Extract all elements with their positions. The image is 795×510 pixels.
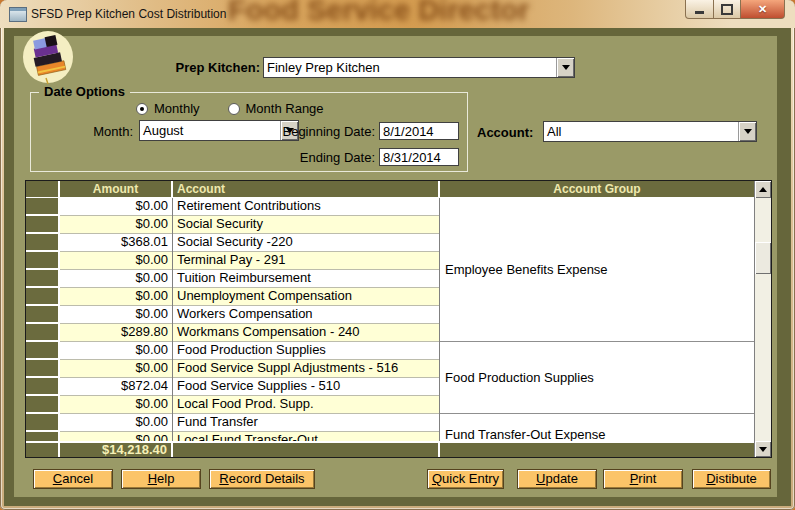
minimize-icon: [695, 11, 704, 14]
month-label: Month:: [61, 124, 133, 139]
print-button[interactable]: Print: [603, 469, 683, 489]
row-selector[interactable]: [26, 360, 58, 378]
beginning-date-field[interactable]: [379, 122, 459, 140]
row-selector[interactable]: [26, 378, 58, 396]
record-details-button[interactable]: Record Details: [209, 469, 315, 489]
date-options-group: Date Options Monthly Month Range Month: …: [30, 92, 468, 172]
month-range-radio[interactable]: [228, 103, 240, 115]
maximize-button[interactable]: [714, 0, 740, 19]
ending-date-field[interactable]: [379, 148, 459, 166]
scroll-down-button[interactable]: [755, 441, 771, 457]
amount-cell[interactable]: $289.80: [60, 324, 172, 342]
amount-column-header: Amount: [60, 181, 173, 197]
month-range-radio-label: Month Range: [246, 101, 324, 116]
amount-cell[interactable]: $0.00: [60, 216, 172, 234]
prep-kitchen-select[interactable]: Finley Prep Kitchen: [263, 57, 575, 78]
window-title: SFSD Prep Kitchen Cost Distribution: [31, 7, 226, 21]
quick-entry-button[interactable]: Quick Entry: [427, 469, 504, 489]
close-button[interactable]: ✕: [740, 0, 785, 19]
amount-cell[interactable]: $0.00: [60, 414, 172, 432]
distibute-button[interactable]: Distibute: [692, 469, 771, 489]
scrollbar-track[interactable]: [755, 198, 771, 441]
row-selector[interactable]: [26, 288, 58, 306]
account-group-cell: Food Production Supplies: [440, 342, 754, 414]
account-group-column-header: Account Group: [440, 181, 754, 197]
total-group-cell: [440, 443, 754, 457]
account-cell[interactable]: Food Service Suppl Adjustments - 516: [173, 360, 439, 378]
table-header-row: Amount Account Account Group: [26, 181, 754, 198]
account-cell[interactable]: Terminal Pay - 291: [173, 252, 439, 270]
account-cell[interactable]: Local Food Prod. Supp.: [173, 396, 439, 414]
account-cell[interactable]: Tuition Reimbursement: [173, 270, 439, 288]
amount-cell[interactable]: $0.00: [60, 432, 172, 441]
minimize-button[interactable]: [685, 0, 714, 19]
account-cell[interactable]: Food Service Supplies - 510: [173, 378, 439, 396]
account-value: All: [544, 122, 738, 141]
account-cell[interactable]: Food Production Supplies: [173, 342, 439, 360]
update-button[interactable]: Update: [517, 469, 597, 489]
row-selector[interactable]: [26, 432, 58, 441]
title-bar[interactable]: Food Service Director SFSD Prep Kitchen …: [0, 0, 795, 28]
amount-cell[interactable]: $0.00: [60, 288, 172, 306]
chevron-down-icon[interactable]: [556, 58, 574, 77]
row-selector[interactable]: [26, 396, 58, 414]
table-total-row: $14,218.40: [26, 441, 754, 457]
account-cell[interactable]: Social Security -220: [173, 234, 439, 252]
total-amount: $14,218.40: [60, 443, 173, 457]
row-selector[interactable]: [26, 198, 58, 216]
account-cell[interactable]: Workmans Compensation - 240: [173, 324, 439, 342]
row-selector[interactable]: [26, 270, 58, 288]
prep-kitchen-value: Finley Prep Kitchen: [264, 58, 556, 77]
row-selector[interactable]: [26, 216, 58, 234]
amount-column: $0.00 $0.00 $368.01 $0.00 $0.00 $0.00 $0…: [60, 198, 173, 441]
beginning-date-label: Beginning Date:: [231, 124, 375, 139]
row-selector[interactable]: [26, 414, 58, 432]
total-selector-cell: [26, 443, 60, 457]
amount-cell[interactable]: $0.00: [60, 306, 172, 324]
account-cell[interactable]: Unemployment Compensation: [173, 288, 439, 306]
account-cell[interactable]: Workers Compensation: [173, 306, 439, 324]
amount-cell[interactable]: $0.00: [60, 360, 172, 378]
desktop-background-text: Food Service Director: [228, 0, 529, 27]
amount-cell[interactable]: $0.00: [60, 270, 172, 288]
account-group-cell: Fund Transfer-Out Expense: [440, 414, 754, 441]
amount-cell[interactable]: $368.01: [60, 234, 172, 252]
row-selector[interactable]: [26, 306, 58, 324]
table-scrollbar[interactable]: [755, 181, 771, 457]
close-icon: ✕: [758, 3, 767, 16]
app-icon: [9, 7, 27, 22]
amount-cell[interactable]: $872.04: [60, 378, 172, 396]
account-select[interactable]: All: [543, 121, 757, 142]
account-group-cell: Employee Benefits Expense: [440, 198, 754, 342]
account-column: Retirement Contributions Social Security…: [173, 198, 440, 441]
monthly-radio[interactable]: [136, 103, 148, 115]
row-selector[interactable]: [26, 252, 58, 270]
account-column-header: Account: [173, 181, 440, 197]
books-logo-icon: [22, 30, 76, 88]
client-area: Prep Kitchen: Finley Prep Kitchen Date O…: [4, 28, 791, 506]
amount-cell[interactable]: $0.00: [60, 396, 172, 414]
chevron-down-icon[interactable]: [738, 122, 756, 141]
account-cell[interactable]: Fund Transfer: [173, 414, 439, 432]
account-cell[interactable]: Retirement Contributions: [173, 198, 439, 216]
scroll-up-button[interactable]: [755, 181, 771, 198]
help-button[interactable]: Help: [121, 469, 201, 489]
ending-date-label: Ending Date:: [231, 150, 375, 165]
amount-cell[interactable]: $0.00: [60, 342, 172, 360]
row-selector-column: [26, 198, 60, 441]
caption-buttons: ✕: [685, 0, 785, 19]
cancel-button[interactable]: Cancel: [33, 469, 113, 489]
row-selector[interactable]: [26, 324, 58, 342]
account-cell[interactable]: Social Security: [173, 216, 439, 234]
row-selector[interactable]: [26, 342, 58, 360]
monthly-radio-label: Monthly: [154, 101, 200, 116]
table-body: $0.00 $0.00 $368.01 $0.00 $0.00 $0.00 $0…: [26, 198, 754, 441]
row-selector[interactable]: [26, 234, 58, 252]
scroll-up-icon: [759, 187, 767, 192]
date-options-title: Date Options: [39, 84, 130, 99]
amount-cell[interactable]: $0.00: [60, 198, 172, 216]
amount-cell[interactable]: $0.00: [60, 252, 172, 270]
account-cell[interactable]: Local Fund Transfer-Out: [173, 432, 439, 441]
date-mode-radios: Monthly Month Range: [136, 101, 324, 116]
scrollbar-thumb[interactable]: [755, 242, 771, 274]
